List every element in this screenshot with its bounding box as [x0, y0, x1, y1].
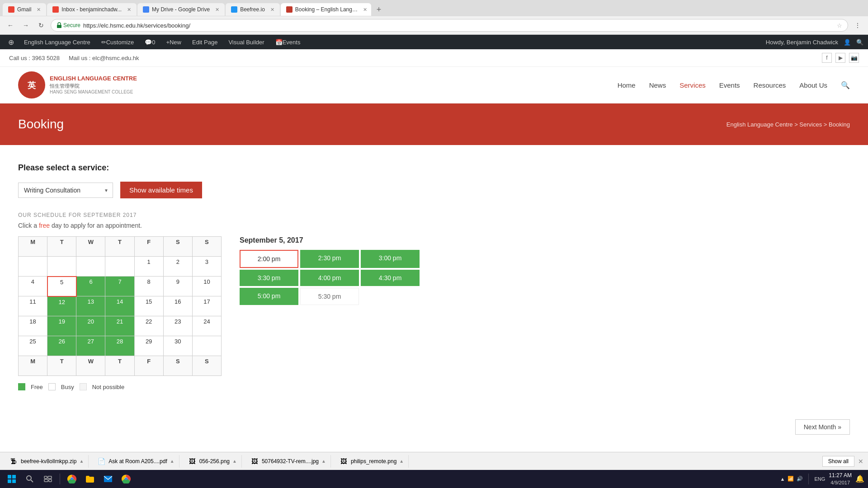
- tab-beefree-close[interactable]: ✕: [270, 7, 274, 13]
- cal-day-11: 11: [19, 296, 47, 316]
- facebook-icon[interactable]: f: [822, 53, 832, 63]
- refresh-button[interactable]: ↻: [35, 19, 47, 31]
- cal-day-17: 17: [192, 296, 221, 316]
- table-row: 18 19 20 21 22 23 24: [19, 316, 222, 336]
- forward-button[interactable]: →: [20, 19, 32, 31]
- wp-howdy-text: Howdy, Benjamin Chadwick: [766, 39, 838, 46]
- wp-comments-link[interactable]: 💬 0: [140, 35, 160, 49]
- cal-day-19[interactable]: 19: [47, 316, 76, 336]
- table-row: 25 26 27 28 29 30: [19, 336, 222, 356]
- service-label: Please select a service:: [18, 163, 524, 173]
- new-tab-button[interactable]: +: [372, 5, 386, 14]
- cal-day-7[interactable]: 7: [105, 277, 134, 296]
- cal-day-29: 29: [134, 336, 163, 356]
- address-bar[interactable]: Secure https://elc.hsmc.edu.hk/services/…: [51, 19, 848, 32]
- nav-services[interactable]: Services: [679, 81, 706, 89]
- col-wed: W: [76, 237, 105, 257]
- tab-drive-close[interactable]: ✕: [215, 7, 219, 13]
- time-slot-400pm[interactable]: 4:00 pm: [300, 270, 359, 286]
- top-info-left: Call us : 3963 5028 Mail us : elc@hsmc.e…: [9, 55, 139, 61]
- tab-inbox[interactable]: Inbox - benjaminchadw... ✕: [47, 3, 137, 16]
- cal-day-empty: [47, 257, 76, 277]
- service-select[interactable]: Writing Consultation Speaking Consultati…: [18, 183, 113, 198]
- wp-new-link[interactable]: + New: [161, 35, 186, 49]
- cal-day-15: 15: [134, 296, 163, 316]
- logo-sub: HANG SENG MANAGEMENT COLLEGE: [50, 89, 137, 95]
- tab-inbox-close[interactable]: ✕: [127, 7, 131, 13]
- show-times-button[interactable]: Show available times: [120, 182, 202, 198]
- cal-day-5-selected[interactable]: 5: [47, 277, 76, 296]
- wp-edit-page-link[interactable]: Edit Page: [188, 35, 222, 49]
- time-slots-title: September 5, 2017: [240, 236, 420, 244]
- nav-home[interactable]: Home: [618, 81, 636, 89]
- nav-events[interactable]: Events: [719, 81, 740, 89]
- instagram-icon[interactable]: 📷: [849, 53, 859, 63]
- cal-day-27[interactable]: 27: [76, 336, 105, 356]
- col-footer-s2: S: [192, 356, 221, 376]
- cal-day-24: 24: [192, 316, 221, 336]
- cal-day-20[interactable]: 20: [76, 316, 105, 336]
- url-text: https://elc.hsmc.edu.hk/services/booking…: [83, 22, 190, 29]
- logo-en: ENGLISH LANGUAGE CENTRE: [50, 75, 137, 83]
- nav-resources[interactable]: Resources: [754, 81, 786, 89]
- time-slot-230pm[interactable]: 2:30 pm: [300, 250, 359, 268]
- col-footer-t2: T: [105, 356, 134, 376]
- cal-day-12[interactable]: 12: [47, 296, 76, 316]
- col-sat: S: [163, 237, 192, 257]
- time-slot-300pm[interactable]: 3:00 pm: [361, 250, 420, 268]
- time-slot-430pm[interactable]: 4:30 pm: [361, 270, 420, 286]
- menu-button[interactable]: ⋮: [852, 19, 863, 31]
- cal-day-13[interactable]: 13: [76, 296, 105, 316]
- calendar: M T W T F S S 1: [18, 236, 222, 390]
- inbox-favicon: [52, 6, 59, 13]
- tab-gmail[interactable]: Gmail ✕: [3, 3, 46, 16]
- wp-avatar[interactable]: 👤: [844, 39, 851, 46]
- nav-search-icon[interactable]: 🔍: [841, 81, 850, 89]
- wp-visual-builder-link[interactable]: Visual Builder: [224, 35, 269, 49]
- tab-booking-close[interactable]: ✕: [363, 7, 367, 13]
- col-footer-s: S: [163, 356, 192, 376]
- cal-day-21[interactable]: 21: [105, 316, 134, 336]
- cal-day-26[interactable]: 26: [47, 336, 76, 356]
- legend-busy-label: Busy: [61, 384, 74, 390]
- email-info: Mail us : elc@hsmc.edu.hk: [69, 55, 139, 61]
- tab-booking[interactable]: Booking – English Lang… ✕: [281, 3, 371, 16]
- wp-customize-link[interactable]: ✏ Customize: [97, 35, 138, 49]
- nav-news[interactable]: News: [649, 81, 666, 89]
- tab-gmail-close[interactable]: ✕: [37, 7, 41, 13]
- legend-not-possible-label: Not possible: [92, 384, 125, 390]
- time-slot-200pm[interactable]: 2:00 pm: [240, 250, 298, 268]
- wp-events-link[interactable]: 📅 Events: [271, 35, 305, 49]
- tab-beefree[interactable]: Beefree.io ✕: [226, 3, 280, 16]
- logo-ch: 恒生管理學院: [50, 83, 137, 89]
- nav-about[interactable]: About Us: [799, 81, 827, 89]
- cal-day-1[interactable]: 1: [134, 257, 163, 277]
- tab-drive[interactable]: My Drive - Google Drive ✕: [137, 3, 225, 16]
- next-month-button[interactable]: Next Month »: [795, 419, 850, 435]
- col-footer-m: M: [19, 356, 47, 376]
- cal-day-14[interactable]: 14: [105, 296, 134, 316]
- time-slot-530pm[interactable]: 5:30 pm: [300, 288, 359, 305]
- time-slot-330pm[interactable]: 3:30 pm: [240, 270, 298, 286]
- beefree-favicon: [231, 6, 237, 13]
- time-slots-grid: 2:00 pm 2:30 pm 3:00 pm 3:30 pm 4:00 pm …: [240, 250, 420, 305]
- wp-logo-icon[interactable]: ⊕: [5, 38, 18, 47]
- click-hint-free-word: free: [39, 222, 50, 229]
- wp-search-icon[interactable]: 🔍: [856, 39, 863, 46]
- time-slot-500pm[interactable]: 5:00 pm: [240, 288, 298, 305]
- cal-day-28[interactable]: 28: [105, 336, 134, 356]
- cal-day-6[interactable]: 6: [76, 277, 105, 296]
- tab-inbox-label: Inbox - benjaminchadw...: [61, 6, 122, 13]
- main-nav: 英 ENGLISH LANGUAGE CENTRE 恒生管理學院 HANG SE…: [0, 67, 868, 103]
- main-content: Please select a service: Writing Consult…: [0, 145, 542, 408]
- youtube-icon[interactable]: ▶: [835, 53, 845, 63]
- logo-text: ENGLISH LANGUAGE CENTRE 恒生管理學院 HANG SENG…: [50, 75, 137, 95]
- cal-day-30: 30: [163, 336, 192, 356]
- bookmark-icon[interactable]: ☆: [837, 22, 842, 29]
- wp-site-link[interactable]: English Language Centre: [19, 35, 95, 49]
- back-button[interactable]: ←: [5, 19, 16, 31]
- next-month-row: Next Month »: [0, 419, 868, 435]
- page-hero: Booking English Language Centre > Servic…: [0, 103, 868, 145]
- svg-text:英: 英: [27, 81, 36, 90]
- cal-day-18: 18: [19, 316, 47, 336]
